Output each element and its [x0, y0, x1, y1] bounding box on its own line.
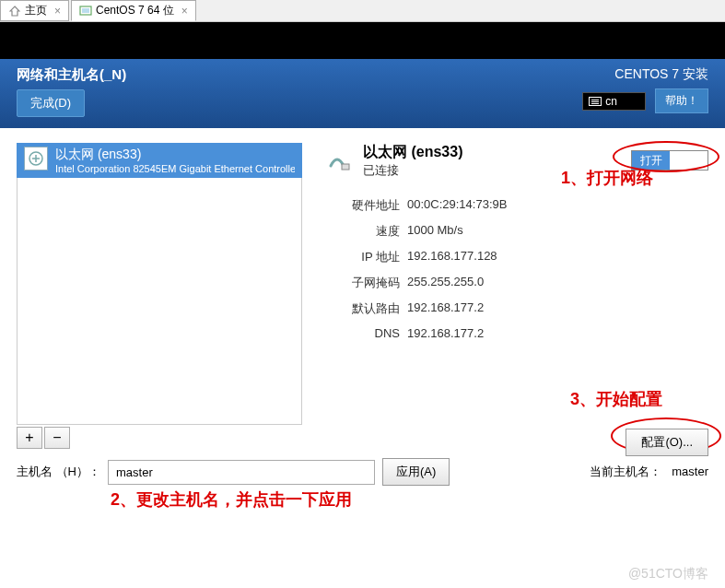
device-sidebar: 以太网 (ens33) Intel Corporation 82545EM Gi… — [17, 143, 302, 449]
hostname-input[interactable] — [108, 460, 375, 485]
dns-value: 192.168.177.2 — [407, 326, 708, 340]
keyboard-icon — [589, 97, 602, 106]
install-title: CENTOS 7 安装 — [582, 66, 708, 83]
current-hostname-label: 当前主机名： — [590, 465, 661, 478]
ip-value: 192.168.177.128 — [407, 249, 708, 265]
close-icon[interactable]: × — [181, 5, 188, 18]
svg-rect-3 — [342, 164, 349, 170]
header: 网络和主机名(_N) 完成(D) CENTOS 7 安装 cn 帮助！ — [0, 59, 725, 128]
gateway-label: 默认路由 — [321, 300, 400, 317]
ip-label: IP 地址 — [321, 249, 400, 265]
page-title: 网络和主机名(_N) — [17, 66, 126, 84]
remove-device-button[interactable]: − — [44, 427, 70, 449]
gateway-value: 192.168.177.2 — [407, 300, 708, 317]
info-grid: 硬件地址 00:0C:29:14:73:9B 速度 1000 Mb/s IP 地… — [321, 197, 708, 340]
title-bar-spacer — [0, 22, 725, 59]
tab-label: CentOS 7 64 位 — [96, 3, 174, 18]
toggle-on-label: 打开 — [632, 151, 670, 170]
hw-value: 00:0C:29:14:73:9B — [407, 197, 708, 214]
vm-icon — [79, 5, 92, 18]
ethernet-large-icon — [321, 143, 354, 176]
mask-value: 255.255.255.0 — [407, 275, 708, 291]
close-icon[interactable]: × — [54, 5, 61, 18]
device-title: 以太网 (ens33) — [55, 147, 295, 163]
device-list-item[interactable]: 以太网 (ens33) Intel Corporation 82545EM Gi… — [17, 143, 302, 178]
ethernet-icon — [24, 147, 48, 171]
dns-label: DNS — [321, 326, 400, 340]
home-icon — [8, 5, 21, 18]
add-device-button[interactable]: + — [17, 427, 42, 449]
lang-code: cn — [605, 95, 617, 108]
connection-title: 以太网 (ens33) — [363, 143, 462, 162]
speed-label: 速度 — [321, 223, 400, 240]
hw-label: 硬件地址 — [321, 197, 400, 214]
mask-label: 子网掩码 — [321, 275, 400, 291]
apply-button[interactable]: 应用(A) — [382, 458, 450, 486]
device-subtitle: Intel Corporation 82545EM Gigabit Ethern… — [55, 163, 295, 174]
tab-label: 主页 — [25, 3, 47, 18]
svg-rect-1 — [82, 8, 89, 13]
done-button[interactable]: 完成(D) — [17, 89, 85, 117]
current-hostname-value: master — [672, 465, 708, 478]
keyboard-layout-selector[interactable]: cn — [582, 92, 646, 111]
hostname-label: 主机名 （H）： — [17, 464, 100, 480]
help-button[interactable]: 帮助！ — [655, 88, 708, 113]
device-list-body — [17, 178, 302, 425]
connection-status: 已连接 — [363, 162, 462, 179]
tab-home[interactable]: 主页 × — [0, 0, 69, 21]
annotation-text-3: 3、开始配置 — [570, 388, 662, 410]
footer: 主机名 （H）： 应用(A) 当前主机名： master — [0, 454, 725, 493]
toggle-handle — [670, 151, 707, 170]
details-panel: 以太网 (ens33) 已连接 打开 1、打开网络 硬件地址 00:0C:29:… — [321, 143, 708, 449]
speed-value: 1000 Mb/s — [407, 223, 708, 240]
watermark: @51CTO博客 — [628, 566, 708, 582]
connection-toggle[interactable]: 打开 — [631, 150, 708, 171]
tab-bar: 主页 × CentOS 7 64 位 × — [0, 0, 725, 22]
main: 以太网 (ens33) Intel Corporation 82545EM Gi… — [0, 128, 725, 454]
tab-centos[interactable]: CentOS 7 64 位 × — [71, 0, 196, 21]
configure-button[interactable]: 配置(O)... — [626, 429, 708, 456]
